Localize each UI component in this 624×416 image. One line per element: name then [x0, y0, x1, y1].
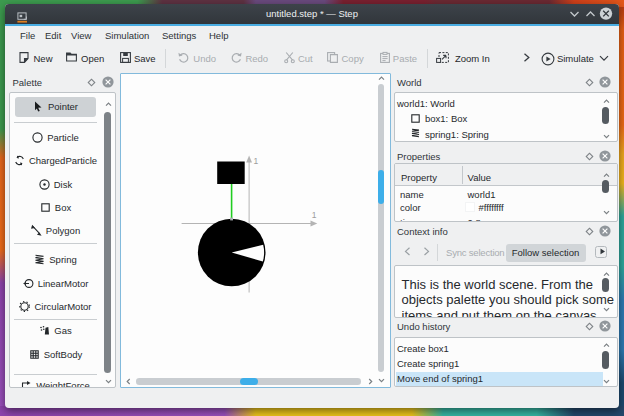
svg-text:1: 1 — [312, 209, 317, 219]
svg-text:1: 1 — [253, 155, 258, 165]
